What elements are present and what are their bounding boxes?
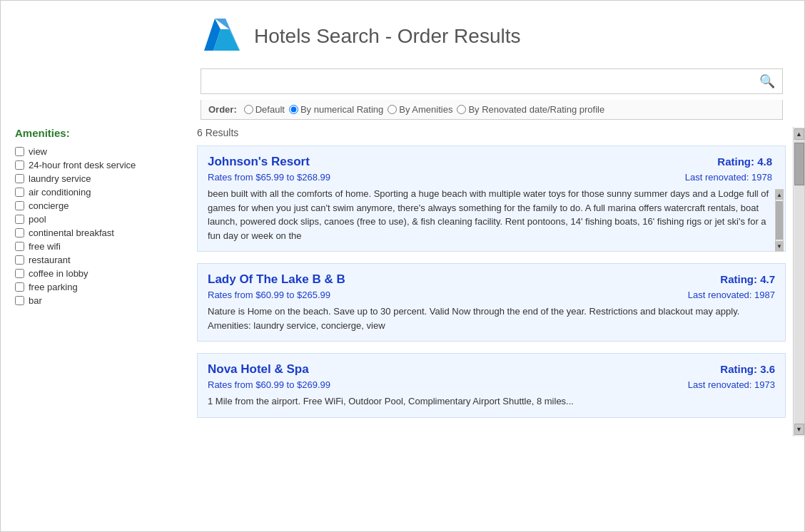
amenity-coffee-label: coffee in lobby [29,268,88,279]
amenity-laundry-label: laundry service [29,173,91,184]
amenity-laundry-checkbox[interactable] [15,174,24,183]
amenity-concierge-label: concierge [29,200,69,211]
hotel-1-rates-row: Rates from $65.99 to $268.99 Last renova… [208,172,772,183]
hotel-1-name[interactable]: Johnson's Resort [208,155,310,169]
amenity-coffee: coffee in lobby [15,268,176,279]
amenity-breakfast-label: continental breakfast [29,227,114,238]
main-layout: Amenities: view 24-hour front desk servi… [1,127,804,436]
hotel-3-renovated: Last renovated: 1973 [688,379,775,390]
amenity-laundry: laundry service [15,173,176,184]
hotel-2-rates-row: Rates from $60.99 to $265.99 Last renova… [208,290,775,300]
amenity-ac-label: air conditioning [29,187,91,198]
sidebar: Amenities: view 24-hour front desk servi… [1,127,190,436]
scroll-thumb [776,201,783,240]
scroll-down-btn[interactable]: ▼ [775,241,784,251]
amenity-pool-checkbox[interactable] [15,215,24,224]
main-scroll-up[interactable]: ▲ [794,128,804,140]
order-renovated[interactable]: By Renovated date/Rating profile [457,104,604,115]
amenities-title: Amenities: [15,127,176,139]
hotel-3-name[interactable]: Nova Hotel & Spa [208,362,309,377]
amenity-bar-label: bar [29,295,42,306]
amenity-ac-checkbox[interactable] [15,188,24,197]
amenity-breakfast-checkbox[interactable] [15,228,24,237]
search-bar: beach 🔍 [201,68,783,94]
amenity-restaurant: restaurant [15,255,176,265]
amenity-frontdesk: 24-hour front desk service [15,160,176,170]
header: Hotels Search - Order Results [1,1,804,68]
main-scrollbar: ▲ ▼ [793,127,804,436]
hotel-1-desc-wrapper: been built with all the comforts of home… [208,187,772,242]
hotel-card-3: Nova Hotel & Spa Rating: 3.6 Rates from … [197,353,786,418]
hotel-2-header: Lady Of The Lake B & B Rating: 4.7 [208,272,775,287]
amenity-ac: air conditioning [15,187,176,198]
hotel-1-renovated: Last renovated: 1978 [685,172,772,183]
amenity-parking-label: free parking [29,282,78,292]
search-button[interactable]: 🔍 [759,73,775,89]
results-count: 6 Results [197,127,786,138]
amenity-frontdesk-label: 24-hour front desk service [29,160,136,170]
main-scroll-down[interactable]: ▼ [794,424,804,435]
amenity-coffee-checkbox[interactable] [15,269,24,278]
amenity-wifi-label: free wifi [29,241,61,252]
amenity-breakfast: continental breakfast [15,227,176,238]
hotel-2-rates: Rates from $60.99 to $265.99 [208,290,330,300]
scroll-up-btn[interactable]: ▲ [775,190,784,200]
page-title: Hotels Search - Order Results [254,25,520,48]
order-amenities[interactable]: By Amenities [388,104,452,115]
amenity-view-label: view [29,146,47,157]
hotel-1-rating: Rating: 4.8 [717,155,772,168]
amenity-concierge-checkbox[interactable] [15,201,24,210]
results-section: 6 Results Johnson's Resort Rating: 4.8 R… [190,127,793,436]
amenity-restaurant-checkbox[interactable] [15,255,24,265]
hotel-card-2: Lady Of The Lake B & B Rating: 4.7 Rates… [197,263,786,342]
search-input[interactable]: beach [208,76,759,88]
amenity-parking-checkbox[interactable] [15,282,24,292]
amenity-restaurant-label: restaurant [29,255,71,265]
hotel-3-desc: 1 Mile from the airport. Free WiFi, Outd… [208,394,775,409]
amenity-pool: pool [15,214,176,225]
hotel-2-renovated: Last renovated: 1987 [688,290,775,300]
order-label: Order: [208,104,237,115]
hotel-1-desc: been built with all the comforts of home… [208,187,772,242]
amenity-pool-label: pool [29,214,46,225]
hotel-3-header: Nova Hotel & Spa Rating: 3.6 [208,362,775,377]
hotel-2-desc: Nature is Home on the beach. Save up to … [208,305,775,332]
order-default[interactable]: Default [244,104,285,115]
hotel-1-header: Johnson's Resort Rating: 4.8 [208,155,772,169]
amenity-parking: free parking [15,282,176,292]
hotel-2-name[interactable]: Lady Of The Lake B & B [208,272,345,287]
hotel-1-rates: Rates from $65.99 to $268.99 [208,172,330,183]
amenity-wifi-checkbox[interactable] [15,242,24,251]
hotel-2-rating: Rating: 4.7 [720,273,775,285]
hotel-3-rates: Rates from $60.99 to $269.99 [208,379,330,390]
hotel-3-rating: Rating: 3.6 [720,363,775,375]
main-scroll-thumb[interactable] [794,143,804,185]
order-bar: Order: Default By numerical Rating By Am… [201,100,783,120]
amenity-view: view [15,146,176,157]
amenity-concierge: concierge [15,200,176,211]
hotel-1-scrollbar: ▲ ▼ [775,189,784,252]
amenity-frontdesk-checkbox[interactable] [15,160,24,170]
search-section: beach 🔍 Order: Default By numerical Rati… [1,68,804,120]
amenity-bar-checkbox[interactable] [15,296,24,305]
amenity-wifi: free wifi [15,241,176,252]
hotel-3-rates-row: Rates from $60.99 to $269.99 Last renova… [208,379,775,390]
amenity-view-checkbox[interactable] [15,147,24,156]
amenity-bar: bar [15,295,176,306]
app-window: Hotels Search - Order Results beach 🔍 Or… [0,0,805,532]
order-numerical[interactable]: By numerical Rating [289,104,383,115]
hotel-card-1: Johnson's Resort Rating: 4.8 Rates from … [197,145,786,252]
azure-logo [201,15,243,58]
